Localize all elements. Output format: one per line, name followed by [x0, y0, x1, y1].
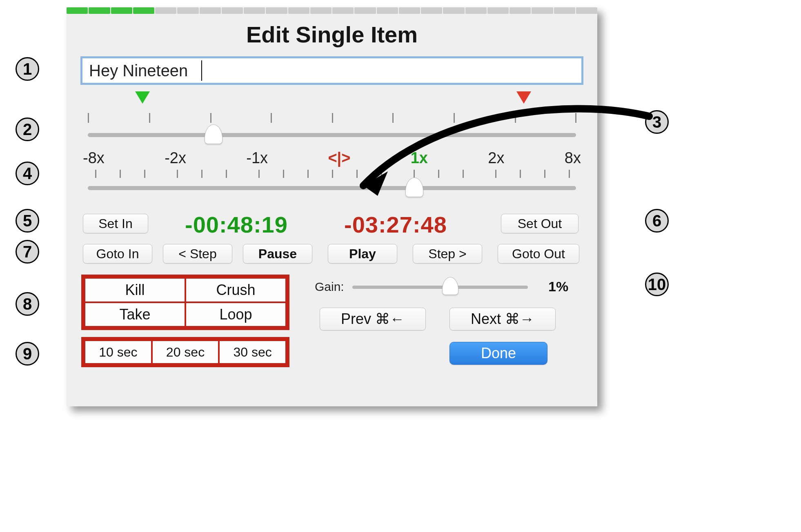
set-in-button[interactable]: Set In — [83, 214, 148, 233]
position-tick — [149, 113, 150, 123]
callout-5: 5 — [16, 209, 39, 233]
position-slider-thumb[interactable] — [205, 124, 222, 144]
in-timecode: -00:48:19 — [185, 211, 288, 238]
progress-segment — [465, 7, 487, 14]
progress-segment — [266, 7, 287, 14]
progress-segment — [244, 7, 265, 14]
speed-tick — [144, 170, 145, 178]
progress-segment — [399, 7, 420, 14]
step-forward-button[interactable]: Step > — [413, 244, 482, 264]
gain-slider-track[interactable] — [352, 286, 528, 289]
progress-segment — [89, 7, 110, 14]
set-out-button[interactable]: Set Out — [501, 214, 578, 233]
speed-tick — [495, 170, 496, 178]
speed-tick — [307, 170, 309, 178]
speed-label: -1x — [246, 149, 268, 167]
text-caret-icon — [201, 60, 202, 81]
callout-4: 4 — [16, 162, 39, 185]
callout-2: 2 — [16, 117, 39, 141]
position-tick — [392, 113, 394, 123]
out-marker-icon[interactable] — [516, 91, 531, 104]
take-button[interactable]: Take — [85, 302, 185, 327]
duration-10-button[interactable]: 10 sec — [85, 340, 152, 364]
speed-label-1x: 1x — [411, 149, 428, 167]
callout-6: 6 — [645, 209, 669, 233]
progress-segment — [332, 7, 354, 14]
speed-tick — [463, 170, 464, 178]
position-slider-track[interactable] — [88, 133, 576, 137]
pause-button[interactable]: Pause — [243, 244, 312, 264]
speed-tick — [356, 170, 358, 178]
progress-segment — [155, 7, 176, 14]
callout-10: 10 — [645, 273, 669, 296]
speed-tick — [95, 170, 96, 178]
speed-slider-track[interactable] — [88, 186, 576, 190]
duration-20-button[interactable]: 20 sec — [152, 340, 219, 364]
speed-slider-thumb[interactable] — [405, 177, 423, 197]
speed-tick — [569, 170, 570, 178]
page-title: Edit Single Item — [67, 21, 597, 48]
position-tick — [271, 113, 272, 123]
position-tick — [575, 113, 576, 123]
progress-segment — [354, 7, 376, 14]
speed-tick — [544, 170, 545, 178]
duration-30-button[interactable]: 30 sec — [219, 340, 286, 364]
gain-label: Gain: — [315, 280, 344, 294]
position-tick — [332, 113, 333, 123]
done-button[interactable]: Done — [449, 342, 547, 365]
progress-segment — [487, 7, 509, 14]
progress-segment — [133, 7, 154, 14]
speed-label: 2x — [488, 149, 504, 167]
step-back-button[interactable]: < Step — [163, 244, 232, 264]
out-timecode: -03:27:48 — [344, 211, 447, 238]
goto-out-button[interactable]: Goto Out — [498, 244, 579, 264]
progress-segment — [421, 7, 442, 14]
progress-segment — [554, 7, 575, 14]
speed-tick — [520, 170, 521, 178]
progress-segment — [532, 7, 553, 14]
callout-3: 3 — [645, 110, 669, 134]
item-name-input[interactable] — [80, 56, 583, 85]
progress-segment — [67, 7, 88, 14]
callout-7: 7 — [16, 240, 39, 264]
gain-slider-thumb[interactable] — [442, 277, 458, 295]
progress-segment — [510, 7, 531, 14]
progress-segment — [177, 7, 198, 14]
speed-tick — [381, 170, 382, 178]
callout-9: 9 — [16, 342, 39, 366]
progress-segment — [111, 7, 132, 14]
gain-value: 1% — [548, 279, 568, 295]
speed-label: -8x — [83, 149, 105, 167]
speed-tick — [332, 170, 333, 178]
progress-segment — [200, 7, 221, 14]
progress-segment — [576, 7, 597, 14]
play-button[interactable]: Play — [328, 244, 397, 264]
progress-segment — [288, 7, 309, 14]
duration-grid: 10 sec 20 sec 30 sec — [81, 337, 289, 367]
speed-tick — [226, 170, 227, 178]
speed-tick — [414, 170, 415, 178]
next-button[interactable]: Next ⌘→ — [449, 308, 556, 330]
action-grid: Kill Crush Take Loop — [81, 275, 289, 330]
loop-button[interactable]: Loop — [185, 302, 286, 327]
kill-button[interactable]: Kill — [85, 278, 185, 302]
progress-segment — [310, 7, 332, 14]
position-tick — [515, 113, 516, 123]
speed-label: 8x — [565, 149, 581, 167]
position-tick — [210, 113, 211, 123]
edit-single-item-window: Edit Single Item -8x -2x -1x <|> 1x 2x 8… — [67, 7, 597, 406]
speed-tick — [177, 170, 178, 178]
speed-tick — [283, 170, 284, 178]
speed-tick — [120, 170, 121, 178]
speed-tick — [438, 170, 439, 178]
prev-button[interactable]: Prev ⌘← — [320, 308, 426, 330]
goto-in-button[interactable]: Goto In — [83, 244, 152, 264]
position-tick — [454, 113, 455, 123]
progress-segment — [443, 7, 464, 14]
crush-button[interactable]: Crush — [185, 278, 286, 302]
position-tick — [88, 113, 89, 123]
window-top-segments — [67, 7, 597, 14]
speed-tick — [258, 170, 260, 178]
in-marker-icon[interactable] — [135, 91, 150, 104]
callout-8: 8 — [16, 292, 39, 316]
